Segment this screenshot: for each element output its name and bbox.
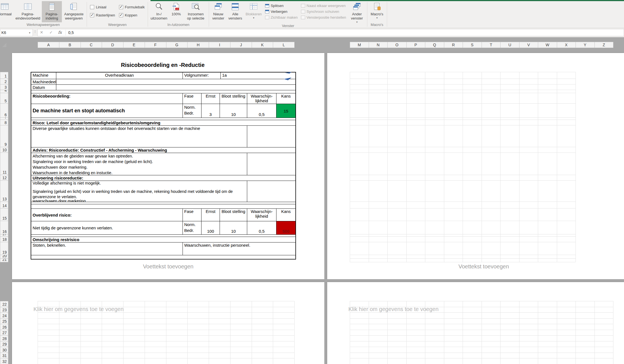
hide-button[interactable]: Verbergen bbox=[265, 9, 298, 14]
reset-window-position-button[interactable]: Vensterpositie herstellen bbox=[301, 15, 346, 20]
column-header-M[interactable]: M bbox=[350, 42, 369, 48]
row-header-21[interactable]: 21 bbox=[0, 258, 8, 262]
cell-header-fase[interactable]: Fase bbox=[183, 93, 201, 104]
data-placeholder-left[interactable]: Klik hier om gegevens toe te voegen bbox=[33, 306, 124, 312]
new-window-button[interactable]: Nieuw venster bbox=[210, 1, 227, 23]
name-box[interactable]: K6 ▼ bbox=[0, 29, 33, 36]
row-header-29[interactable]: 29 bbox=[0, 341, 8, 347]
cell-advies-header[interactable]: Advies: Risicoreductie: Constructief - A… bbox=[31, 147, 295, 153]
row-header-1[interactable]: 1 bbox=[0, 72, 8, 79]
column-header-W[interactable]: W bbox=[538, 42, 557, 48]
formula-input-area[interactable]: ✕ ✓ fx 0,5 bbox=[37, 29, 624, 36]
checkbox-rasterlijnen[interactable]: ✓Rasterlijnen bbox=[90, 13, 115, 17]
row-header-11[interactable]: 11 bbox=[0, 152, 8, 175]
synchronous-scrolling-button[interactable]: Synchroon schuiven bbox=[301, 9, 346, 14]
cell-header-waarschijnlijkheid-2[interactable]: Waarschijn- lijkheid bbox=[247, 209, 276, 221]
column-header-O[interactable]: O bbox=[387, 42, 407, 48]
zoom-100-button[interactable]: 100 100% bbox=[169, 1, 183, 22]
cell-waar-value-selected[interactable]: 0,5 bbox=[247, 104, 276, 118]
column-header-C[interactable]: C bbox=[81, 42, 102, 48]
column-header-L[interactable]: L bbox=[273, 42, 295, 48]
cell-machine-label[interactable]: Machine bbox=[31, 72, 56, 79]
cell-ernst-value-2[interactable]: 100 bbox=[201, 221, 220, 234]
chevron-down-icon[interactable]: ▼ bbox=[28, 31, 31, 34]
column-header-A[interactable]: A bbox=[38, 42, 59, 48]
column-header-X[interactable]: X bbox=[557, 42, 576, 48]
cell-risco-text[interactable]: Diverse gevaarlijke situaties kunnen ont… bbox=[31, 126, 247, 147]
page-break-preview-button[interactable]: Pagina-eindevoorbeeld bbox=[14, 1, 42, 22]
cell-datum-label[interactable]: Datum bbox=[31, 85, 56, 90]
cell-header-ernst-2[interactable]: Ernst bbox=[201, 209, 220, 221]
column-header-D[interactable]: D bbox=[102, 42, 123, 48]
view-side-by-side-button[interactable]: Naast elkaar weergeven bbox=[301, 4, 346, 8]
cell-header-fase-2[interactable]: Fase bbox=[183, 209, 201, 221]
cell-section-overblijvend[interactable]: Overblijvend risico: bbox=[31, 209, 183, 221]
zoom-to-selection-button[interactable]: Inzoomen op selectie bbox=[183, 1, 208, 22]
cell-advies-text[interactable]: Afscherming van de gbeiden waar gevaar k… bbox=[31, 153, 247, 175]
row-header-22[interactable]: 22 bbox=[0, 301, 8, 307]
cell-fase-value[interactable]: Norm. Bedr. bbox=[183, 104, 201, 118]
checkbox-liniaal[interactable]: Liniaal bbox=[90, 5, 115, 9]
freeze-panes-button[interactable]: Blokkeren ▾ bbox=[244, 1, 263, 23]
checkbox-koppen[interactable]: ✓Koppen bbox=[119, 13, 145, 17]
arrange-all-button[interactable]: Alle vensters bbox=[227, 1, 244, 23]
cell-machine-value[interactable]: Overheadkraan bbox=[56, 72, 183, 79]
column-header-F[interactable]: F bbox=[145, 42, 166, 48]
cell-uitvoering-header[interactable]: Uitvoering risicoreductie: bbox=[31, 175, 295, 181]
row-header-8[interactable]: 8 bbox=[0, 120, 8, 125]
row-header-5[interactable]: 5 bbox=[0, 93, 8, 104]
column-header-V[interactable]: V bbox=[519, 42, 538, 48]
row-header-12[interactable]: 12 bbox=[0, 175, 8, 181]
row-header-31[interactable]: 31 bbox=[0, 353, 8, 359]
column-header-T[interactable]: T bbox=[482, 42, 501, 48]
row-header-10[interactable]: 10 bbox=[0, 147, 8, 153]
footer-placeholder-left[interactable]: Voettekst toevoegen bbox=[12, 263, 324, 270]
cancel-icon[interactable]: ✕ bbox=[38, 30, 45, 35]
row-header-27[interactable]: 27 bbox=[0, 330, 8, 336]
cell-kans-value-red[interactable]: 500 bbox=[276, 221, 295, 234]
column-header-I[interactable]: I bbox=[209, 42, 230, 48]
row-header-15[interactable]: 15 bbox=[0, 208, 8, 221]
data-placeholder-right[interactable]: Klik hier om gegevens toe te voegen bbox=[348, 306, 439, 312]
cell-header-kans[interactable]: Kans bbox=[276, 93, 295, 104]
cell-advies-extra[interactable] bbox=[247, 153, 295, 175]
row-header-9[interactable]: 9 bbox=[0, 125, 8, 147]
cell-restrisico-header[interactable]: Omschrijving restrisico bbox=[31, 237, 295, 242]
cell-header-ernst[interactable]: Ernst bbox=[201, 93, 220, 104]
normal-view-button[interactable]: Normaal bbox=[0, 1, 14, 22]
column-header-N[interactable]: N bbox=[369, 42, 388, 48]
cell-bloot-value-2[interactable]: 10 bbox=[220, 221, 247, 234]
row-header-13[interactable]: 13 bbox=[0, 180, 8, 202]
column-header-G[interactable]: G bbox=[166, 42, 188, 48]
cell-restrisico-right[interactable]: Waarschuwen, instructie personeel. bbox=[183, 242, 295, 255]
cell-restrisico-left[interactable]: Stoten, beknellen. bbox=[31, 242, 183, 255]
split-button[interactable]: Splitsen bbox=[265, 4, 298, 8]
cell-fase-value-2[interactable]: Norm. Bedr. bbox=[183, 221, 201, 234]
row-header-16[interactable]: 16 bbox=[0, 221, 8, 234]
row-header-23[interactable]: 23 bbox=[0, 307, 8, 313]
row-header-14[interactable]: 14 bbox=[0, 202, 8, 208]
row-header-6[interactable]: 6 bbox=[0, 103, 8, 118]
column-header-Z[interactable]: Z bbox=[594, 42, 614, 48]
select-all-button[interactable] bbox=[2, 43, 6, 47]
cell-header-kans-2[interactable]: Kans bbox=[276, 209, 295, 221]
cell-header-blootstelling[interactable]: Bloot stelling bbox=[220, 93, 247, 104]
cell-header-waarschijnlijkheid[interactable]: Waarschijn- lijkheid bbox=[247, 93, 276, 104]
cell-machinedeel-label[interactable]: Machinedeel bbox=[31, 79, 56, 84]
row-header-2[interactable]: 2 bbox=[0, 79, 8, 84]
row-header-28[interactable]: 28 bbox=[0, 335, 8, 341]
cell-risk-title[interactable]: De machine start en stopt automatisch bbox=[31, 104, 183, 118]
column-header-B[interactable]: B bbox=[59, 42, 81, 48]
cell-restrisk-title[interactable]: Niet tijdig de gevarenzone kunnen verlat… bbox=[31, 221, 183, 234]
column-header-J[interactable]: J bbox=[230, 42, 252, 48]
cell-bloot-value[interactable]: 10 bbox=[220, 104, 247, 118]
checkbox-unchecked-icon[interactable] bbox=[90, 5, 94, 9]
cell-kans-value-green[interactable]: ▼ 15 bbox=[276, 104, 295, 118]
insert-function-icon[interactable]: fx bbox=[57, 30, 63, 35]
column-header-Y[interactable]: Y bbox=[576, 42, 595, 48]
checkbox-checked-icon[interactable]: ✓ bbox=[119, 5, 123, 9]
cell-volgnummer-value[interactable]: 1a bbox=[221, 72, 295, 79]
formula-input-value[interactable]: 0,5 bbox=[68, 30, 74, 35]
row-header-32[interactable]: 32 bbox=[0, 358, 8, 364]
column-header-H[interactable]: H bbox=[187, 42, 209, 48]
